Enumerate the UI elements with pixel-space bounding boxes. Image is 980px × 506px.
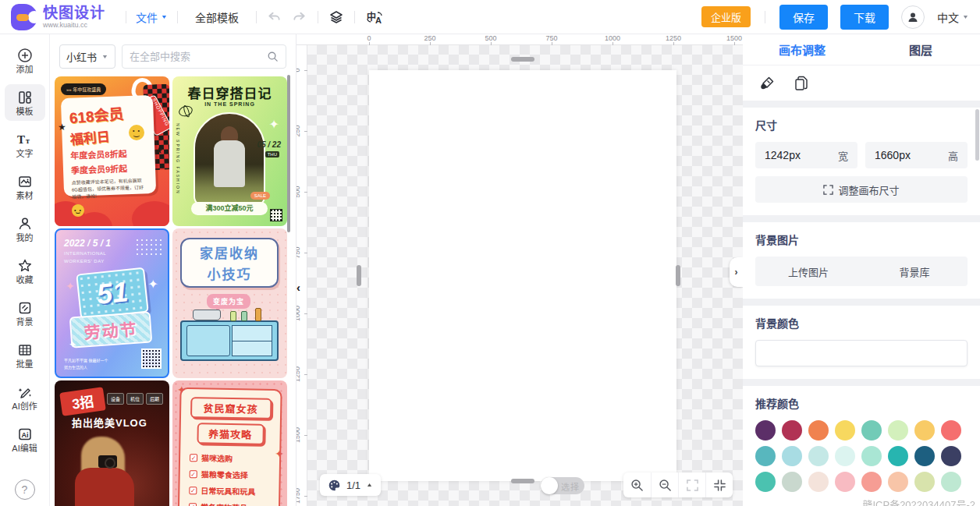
height-field[interactable]: 1660px 高 [865,142,968,168]
color-swatch[interactable] [861,472,882,492]
menu-all-templates[interactable]: 全部模板 [195,9,239,25]
translate-icon[interactable]: 中A [364,9,385,26]
upload-image-button[interactable]: 上传图片 [755,257,861,286]
layers-icon[interactable] [328,9,345,26]
download-button[interactable]: 下载 [840,5,889,30]
template-list-scrollbar[interactable] [287,75,290,232]
color-swatch[interactable] [941,420,961,441]
canvas-page[interactable] [369,70,676,481]
background-color-picker[interactable] [755,340,968,366]
sparkle-icon: ✦ [148,277,158,292]
zoom-in-button[interactable] [623,472,651,497]
collapse-panel-arrow[interactable]: ‹ [296,281,300,294]
fit-to-screen-button[interactable] [705,472,733,497]
tab-canvas-adjust[interactable]: 画布调整 [743,34,861,65]
color-swatch[interactable] [808,420,829,441]
undo-icon[interactable] [266,9,283,26]
color-swatch[interactable] [914,420,935,441]
sidebar-item-add[interactable]: 添加 [5,42,45,79]
template-card-spring[interactable]: 春日穿搭日记 IN THE SPRING NEW SPRING FASHION … [172,76,287,226]
search-box[interactable] [122,44,286,69]
color-swatch[interactable] [755,420,776,441]
color-swatch[interactable] [914,446,935,466]
smiley-icon [129,125,144,140]
brush-icon[interactable] [758,75,776,92]
menu-file[interactable]: 文件 ▼ [136,9,168,25]
checklist-item: ✓猫咪选购 [190,451,279,465]
fullscreen-button[interactable] [678,472,705,497]
template-card-storage-tips[interactable]: 家居收纳 小技巧 变废为宝 [172,228,287,378]
width-field[interactable]: 1242px 宽 [755,142,858,168]
color-swatch[interactable] [888,472,908,492]
right-panel-scrollbar[interactable] [975,109,979,161]
color-swatch[interactable] [888,446,908,466]
user-avatar[interactable] [901,5,925,29]
color-swatch[interactable] [755,472,776,492]
sidebar-item-background[interactable]: 背景 [5,295,45,331]
sidebar-item-mine[interactable]: 我的 [5,211,45,247]
divider [256,11,257,23]
save-button[interactable]: 保存 [779,5,828,30]
background-library-button[interactable]: 背景库 [861,257,968,286]
color-swatch[interactable] [914,472,935,492]
template-card-vlog[interactable]: 3招 设备机位后期 拍出绝美VLOG [55,380,169,506]
tab-layers[interactable]: 图层 [861,34,980,65]
logo-url: www.kuaitu.cc [43,22,105,29]
select-mode-toggle[interactable]: 选择 [541,477,584,494]
language-selector[interactable]: 中文 ▼ [937,9,969,25]
chevron-right-icon: › [735,267,738,278]
color-swatch[interactable] [808,446,829,466]
qr-code [141,349,162,369]
ruler-tick-label: 1500 [296,423,301,447]
sidebar-item-batch[interactable]: 批量 [5,337,45,373]
color-swatch[interactable] [755,446,776,466]
page-selector[interactable]: 1/1 ▼ [320,474,381,496]
sidebar-item-ai-create[interactable]: AI创作 [5,379,45,416]
enterprise-button[interactable]: 企业版 [701,6,751,27]
color-swatch[interactable] [861,420,882,441]
redo-icon[interactable] [291,9,308,26]
color-swatch[interactable] [941,472,961,492]
color-swatch[interactable] [782,420,802,441]
sidebar-item-favorites[interactable]: 收藏 [5,253,45,289]
sidebar-item-text[interactable]: Tт 文字 [5,126,45,163]
expand-panel-tab[interactable]: › [730,257,743,287]
canvas-area[interactable]: 0250500750100012501500 02505007501000125… [296,34,743,506]
color-swatch[interactable] [782,472,802,492]
color-swatch[interactable] [808,472,829,492]
divider [126,11,126,23]
canvas-resize-handle-top[interactable] [511,57,534,62]
bg-image-segmented-control: 上传图片 背景库 [755,257,968,286]
color-swatch[interactable] [941,446,961,466]
color-swatch[interactable] [835,446,855,466]
checkbox-icon: ✓ [189,503,197,506]
template-card-cat-guide[interactable]: 贫民窟女孩 养猫攻略 ✓猫咪选购✓猫粮零食选择✓日常玩具和玩具✓常备宠物药品 ✦… [172,380,287,506]
sidebar-item-templates[interactable]: 模板 [5,84,45,121]
grid-icon [17,342,33,358]
color-swatch[interactable] [861,446,882,466]
help-icon[interactable]: ? [15,479,35,500]
ruler-tick-label: 0 [360,34,378,42]
color-swatch[interactable] [888,420,908,441]
color-swatch[interactable] [782,446,802,466]
canvas-resize-handle-right[interactable] [676,265,680,286]
canvas-resize-handle-left[interactable] [357,265,361,286]
color-swatch[interactable] [835,472,855,492]
search-icon [267,51,279,62]
category-dropdown[interactable]: 小红书 ▼ [59,44,115,69]
ruler-tick-label: 1500 [725,34,743,42]
copy-page-icon[interactable] [793,75,810,92]
app-logo[interactable]: 快图设计 www.kuaitu.cc [11,4,105,30]
sidebar-item-ai-edit[interactable]: Ai AI编辑 [5,421,45,458]
template-card-618[interactable]: »» 年中狂欢盛典 SHOPPING 618会员 福利日 年度会员8折起 季度会… [55,76,169,226]
search-input[interactable] [130,51,267,62]
palette-icon [328,479,341,492]
zoom-out-button[interactable] [651,472,678,497]
resize-canvas-button[interactable]: 调整画布尺寸 [755,176,968,203]
color-swatch[interactable] [835,420,855,441]
left-icon-sidebar: 添加 模板 Tт 文字 素材 我的 收藏 [0,34,50,506]
sidebar-item-assets[interactable]: 素材 [5,168,45,205]
canvas-resize-handle-bottom[interactable] [511,479,534,483]
template-card-labor-day[interactable]: 2022 / 5 / 1 INTERNATIONAL WORKERS' DAY … [55,228,169,378]
right-panel-tabs: 画布调整 图层 [743,34,980,65]
